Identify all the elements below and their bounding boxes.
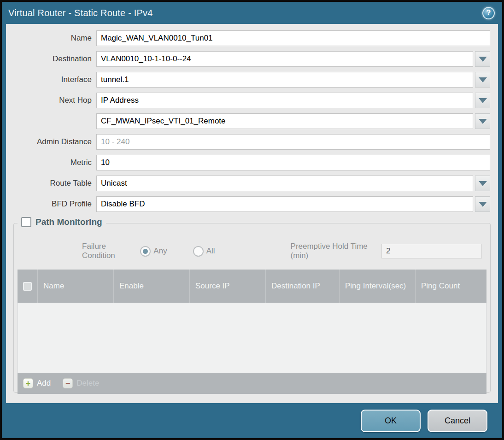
path-monitoring-table-toolbar: + Add − Delete bbox=[18, 373, 486, 394]
dialog-body: Name Destination Interface bbox=[6, 24, 498, 403]
dialog-footer: OK Cancel bbox=[2, 403, 502, 438]
chevron-down-icon bbox=[479, 119, 487, 124]
metric-input[interactable] bbox=[96, 155, 490, 170]
destination-input[interactable] bbox=[96, 51, 473, 67]
next-hop-address-dropdown-button[interactable] bbox=[475, 113, 490, 129]
path-monitoring-checkbox[interactable] bbox=[21, 217, 31, 227]
chevron-down-icon bbox=[479, 77, 487, 82]
form-row-interface: Interface bbox=[6, 72, 498, 88]
route-table-label: Route Table bbox=[6, 179, 96, 188]
delete-minus-icon: − bbox=[63, 378, 73, 388]
path-monitoring-section: Path Monitoring Failure Condition Any Al… bbox=[13, 223, 491, 393]
chevron-down-icon bbox=[479, 98, 487, 103]
radio-all-label: All bbox=[206, 246, 215, 256]
form-row-bfd-profile: BFD Profile bbox=[6, 196, 498, 212]
failure-condition-label: Failure Condition bbox=[82, 242, 135, 260]
next-hop-dropdown-button[interactable] bbox=[475, 93, 490, 108]
bfd-profile-dropdown-button[interactable] bbox=[475, 196, 490, 212]
form-row-name: Name bbox=[6, 30, 498, 46]
dialog-window: Virtual Router - Static Route - IPv4 ? N… bbox=[0, 0, 504, 440]
path-monitoring-table: Name Enable Source IP Destination IP Pin… bbox=[18, 270, 486, 394]
column-header-destination-ip[interactable]: Destination IP bbox=[265, 270, 339, 303]
radio-any-label: Any bbox=[153, 246, 167, 256]
interface-label: Interface bbox=[6, 75, 96, 84]
preemptive-hold-time-label: Preemptive Hold Time (min) bbox=[291, 242, 377, 260]
chevron-down-icon bbox=[479, 181, 487, 186]
destination-label: Destination bbox=[6, 54, 96, 64]
admin-distance-label: Admin Distance bbox=[6, 137, 96, 147]
name-input[interactable] bbox=[96, 30, 490, 46]
path-monitoring-table-header: Name Enable Source IP Destination IP Pin… bbox=[18, 270, 486, 303]
form-row-next-hop: Next Hop bbox=[6, 93, 498, 108]
ok-button[interactable]: OK bbox=[361, 410, 421, 432]
cancel-button[interactable]: Cancel bbox=[428, 410, 487, 432]
path-monitoring-table-body bbox=[18, 303, 486, 373]
name-label: Name bbox=[6, 34, 96, 43]
next-hop-address-input[interactable] bbox=[96, 113, 473, 129]
add-button[interactable]: + Add bbox=[23, 378, 51, 388]
dialog-frame: Virtual Router - Static Route - IPv4 ? N… bbox=[2, 2, 502, 438]
column-header-ping-interval[interactable]: Ping Interval(sec) bbox=[339, 270, 415, 303]
chevron-down-icon bbox=[479, 202, 487, 207]
column-header-ping-count[interactable]: Ping Count bbox=[415, 270, 486, 303]
column-header-source-ip[interactable]: Source IP bbox=[189, 270, 265, 303]
form-row-route-table: Route Table bbox=[6, 176, 498, 191]
dialog-title: Virtual Router - Static Route - IPv4 bbox=[8, 8, 153, 18]
add-button-label: Add bbox=[37, 379, 51, 388]
form-row-admin-distance: Admin Distance bbox=[6, 134, 498, 150]
bfd-profile-label: BFD Profile bbox=[6, 199, 96, 209]
radio-any[interactable] bbox=[140, 246, 151, 257]
form-row-metric: Metric bbox=[6, 155, 498, 170]
bfd-profile-select[interactable] bbox=[96, 196, 473, 212]
column-header-enable[interactable]: Enable bbox=[113, 270, 189, 303]
add-plus-icon: + bbox=[23, 378, 33, 388]
help-icon[interactable]: ? bbox=[482, 7, 495, 19]
interface-input[interactable] bbox=[96, 72, 473, 88]
column-header-name[interactable]: Name bbox=[37, 270, 113, 303]
destination-dropdown-button[interactable] bbox=[475, 51, 490, 67]
interface-dropdown-button[interactable] bbox=[475, 72, 490, 88]
radio-all[interactable] bbox=[193, 246, 204, 257]
preemptive-hold-time-input[interactable] bbox=[381, 244, 482, 258]
failure-condition-any-option: Any bbox=[140, 246, 187, 257]
path-monitoring-title: Path Monitoring bbox=[35, 217, 102, 227]
form-row-next-hop-address bbox=[6, 113, 498, 129]
route-table-dropdown-button[interactable] bbox=[475, 176, 490, 191]
failure-condition-row: Failure Condition Any All Preemptive Hol… bbox=[18, 242, 482, 260]
next-hop-select[interactable] bbox=[96, 93, 473, 108]
route-table-select[interactable] bbox=[96, 176, 473, 191]
dialog-titlebar: Virtual Router - Static Route - IPv4 ? bbox=[2, 2, 502, 24]
next-hop-label: Next Hop bbox=[6, 96, 96, 105]
metric-label: Metric bbox=[6, 158, 96, 167]
delete-button[interactable]: − Delete bbox=[63, 378, 99, 388]
chevron-down-icon bbox=[479, 57, 487, 62]
select-all-checkbox[interactable] bbox=[23, 282, 32, 291]
form-row-destination: Destination bbox=[6, 51, 498, 67]
path-monitoring-legend: Path Monitoring bbox=[18, 217, 106, 227]
admin-distance-input[interactable] bbox=[96, 134, 490, 150]
select-all-cell bbox=[18, 270, 37, 303]
delete-button-label: Delete bbox=[76, 379, 99, 388]
failure-condition-all-option: All bbox=[193, 246, 235, 257]
